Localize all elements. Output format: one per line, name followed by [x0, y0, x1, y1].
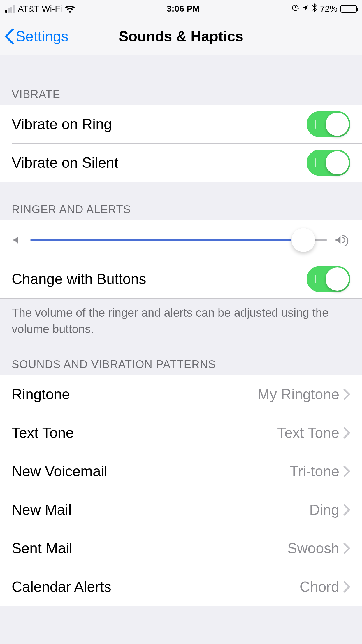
row-change-with-buttons: Change with Buttons: [0, 260, 362, 298]
page-title: Sounds & Haptics: [119, 28, 243, 45]
group-ringer: Change with Buttons: [0, 220, 362, 299]
chevron-right-icon: [343, 427, 350, 439]
row-vibrate-on-silent: Vibrate on Silent: [0, 144, 362, 182]
chevron-left-icon: [4, 28, 15, 45]
cell-label: Text Tone: [12, 424, 277, 441]
status-right: 72%: [291, 4, 357, 14]
back-button[interactable]: Settings: [4, 28, 68, 45]
speaker-high-icon: [335, 234, 350, 246]
chevron-right-icon: [343, 542, 350, 554]
toggle-vibrate-on-ring[interactable]: [307, 111, 350, 137]
wifi-icon: [65, 5, 75, 13]
cell-value: Ding: [309, 501, 339, 518]
content-scroll[interactable]: Vibrate Vibrate on Ring Vibrate on Silen…: [0, 55, 362, 606]
row-volume-slider: [0, 220, 362, 260]
cell-value: My Ringtone: [257, 386, 339, 403]
back-label: Settings: [16, 28, 68, 45]
nav-bar: Settings Sounds & Haptics: [0, 18, 362, 55]
group-sounds: Ringtone My Ringtone Text Tone Text Tone…: [0, 375, 362, 606]
chevron-right-icon: [343, 466, 350, 477]
row-text-tone[interactable]: Text Tone Text Tone: [0, 414, 362, 452]
toggle-vibrate-on-silent[interactable]: [307, 150, 350, 176]
cell-value: Chord: [300, 578, 339, 595]
status-left: AT&T Wi-Fi: [5, 4, 75, 14]
carrier-label: AT&T Wi-Fi: [18, 4, 62, 14]
cell-label: Vibrate on Ring: [12, 116, 307, 133]
cell-label: Sent Mail: [12, 540, 287, 557]
row-calendar-alerts[interactable]: Calendar Alerts Chord: [0, 568, 362, 606]
cell-label: Calendar Alerts: [12, 578, 300, 595]
cell-label: New Mail: [12, 501, 309, 518]
section-header-vibrate: Vibrate: [0, 55, 362, 105]
location-icon: [302, 4, 309, 13]
cell-label: Change with Buttons: [12, 271, 307, 288]
slider-thumb[interactable]: [291, 228, 315, 252]
chevron-right-icon: [343, 388, 350, 400]
row-new-voicemail[interactable]: New Voicemail Tri-tone: [0, 452, 362, 491]
footer-change-with-buttons: The volume of the ringer and alerts can …: [0, 299, 362, 337]
chevron-right-icon: [343, 581, 350, 593]
row-vibrate-on-ring: Vibrate on Ring: [0, 105, 362, 144]
status-time: 3:06 PM: [167, 4, 200, 14]
toggle-change-with-buttons[interactable]: [307, 266, 350, 292]
row-sent-mail[interactable]: Sent Mail Swoosh: [0, 529, 362, 568]
cell-value: Swoosh: [287, 540, 339, 557]
section-header-sounds: Sounds and Vibration Patterns: [0, 337, 362, 375]
chevron-right-icon: [343, 504, 350, 516]
status-bar: AT&T Wi-Fi 3:06 PM 72%: [0, 0, 362, 18]
cell-value: Text Tone: [277, 424, 339, 441]
cell-label: New Voicemail: [12, 463, 290, 480]
battery-icon: [340, 5, 357, 13]
cell-label: Vibrate on Silent: [12, 154, 307, 171]
group-vibrate: Vibrate on Ring Vibrate on Silent: [0, 105, 362, 182]
orientation-lock-icon: [291, 4, 299, 14]
cell-label: Ringtone: [12, 386, 257, 403]
cellular-signal-icon: [5, 5, 15, 13]
section-header-ringer: Ringer and Alerts: [0, 182, 362, 220]
volume-slider[interactable]: [30, 239, 327, 241]
cell-value: Tri-tone: [290, 463, 339, 480]
speaker-low-icon: [12, 235, 23, 246]
bluetooth-icon: [312, 4, 317, 14]
battery-percent: 72%: [320, 4, 338, 14]
row-ringtone[interactable]: Ringtone My Ringtone: [0, 375, 362, 414]
row-new-mail[interactable]: New Mail Ding: [0, 491, 362, 529]
